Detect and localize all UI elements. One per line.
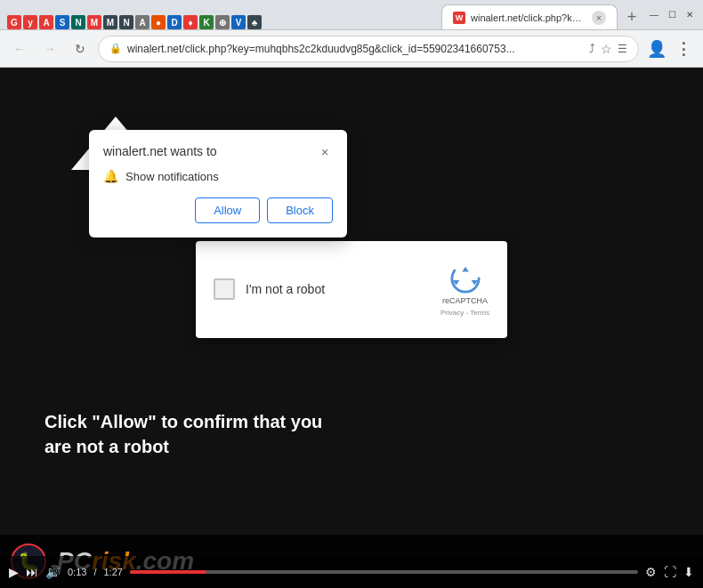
allow-button[interactable]: Allow — [195, 197, 260, 223]
profile-button[interactable]: 👤 — [644, 36, 669, 61]
favicon-icon: ♦ — [183, 15, 198, 29]
maximize-button[interactable]: ☐ — [666, 9, 678, 21]
nav-actions: 👤 ⋮ — [644, 36, 696, 61]
recaptcha-logo: reCAPTCHA Privacy - Terms — [440, 262, 489, 317]
bookmark-icon[interactable]: ☆ — [601, 42, 612, 56]
recaptcha-terms-link[interactable]: Terms — [470, 309, 489, 317]
time-separator: / — [93, 567, 96, 577]
close-button[interactable]: ✕ — [683, 9, 696, 21]
share-icon: ⤴ — [589, 42, 595, 55]
popup-header: winalert.net wants to × — [103, 144, 333, 160]
browser-content: Click "Allow" to confirm that youare not… — [0, 68, 703, 588]
favicon-icon: y — [23, 15, 37, 29]
popup-body: 🔔 Show notifications — [103, 169, 333, 183]
page-background: Click "Allow" to confirm that youare not… — [0, 68, 703, 588]
active-tab[interactable]: W winalert.net/click.php?key=muhqbhs2c2k… — [441, 4, 618, 29]
address-bar[interactable]: 🔒 winalert.net/click.php?key=muhqbhs2c2k… — [98, 36, 639, 62]
minimize-button[interactable]: — — [648, 9, 660, 21]
title-bar: GyASNMMNA●D♦K⊕V♣ W winalert.net/click.ph… — [0, 0, 703, 30]
download-button[interactable]: ⬇ — [683, 565, 694, 579]
recaptcha-card: I'm not a robot reCAPTCHA Privacy - Term… — [196, 241, 507, 338]
favicon-icon: ● — [151, 15, 166, 29]
time-total: 1:27 — [103, 567, 122, 577]
reload-button[interactable]: ↻ — [68, 36, 93, 61]
popup-title: winalert.net wants to — [103, 144, 217, 158]
favicon-icon: K — [199, 15, 214, 29]
forward-button[interactable]: → — [37, 36, 62, 61]
video-progress-fill — [130, 570, 206, 574]
recaptcha-privacy-link[interactable]: Privacy — [440, 309, 464, 317]
popup-buttons: Allow Block — [103, 197, 333, 223]
recaptcha-icon — [449, 262, 481, 294]
recaptcha-label: I'm not a robot — [246, 282, 430, 296]
cast-icon: ☰ — [618, 43, 627, 55]
favicon-icon: A — [135, 15, 149, 29]
active-tab-favicon: W — [453, 12, 465, 24]
browser-window: GyASNMMNA●D♦K⊕V♣ W winalert.net/click.ph… — [0, 0, 703, 588]
tab-icons: GyASNMMNA●D♦K⊕V♣ — [7, 15, 440, 29]
favicon-icon: S — [55, 15, 69, 29]
recaptcha-policy-links: Privacy - Terms — [440, 309, 489, 317]
favicon-icon: ⊕ — [215, 15, 230, 29]
recaptcha-brand-text: reCAPTCHA — [442, 296, 488, 307]
tab-strip: GyASNMMNA●D♦K⊕V♣ W winalert.net/click.ph… — [7, 0, 644, 29]
recaptcha-checkbox[interactable] — [214, 278, 235, 300]
favicon-icon: V — [231, 15, 246, 29]
block-button[interactable]: Block — [267, 197, 333, 223]
video-progress-bar[interactable] — [130, 570, 638, 574]
popup-description: Show notifications — [125, 170, 219, 183]
active-tab-title: winalert.net/click.php?key=muhqbhs2c2kdu… — [471, 12, 586, 23]
play-button[interactable]: ▶ — [9, 565, 19, 579]
window-controls: — ☐ ✕ — [648, 9, 696, 21]
video-right-controls: ⚙ ⛶ ⬇ — [645, 565, 694, 579]
favicon-icon: A — [39, 15, 53, 29]
instruction-text: Click "Allow" to confirm that youare not… — [44, 412, 322, 456]
favicon-icon: M — [87, 15, 101, 29]
favicon-icon: N — [119, 15, 133, 29]
favicon-icon: D — [167, 15, 182, 29]
url-text: winalert.net/click.php?key=muhqbhs2c2kdu… — [127, 43, 584, 55]
tab-close-button[interactable]: × — [592, 11, 606, 25]
nav-bar: ← → ↻ 🔒 winalert.net/click.php?key=muhqb… — [0, 30, 703, 68]
menu-button[interactable]: ⋮ — [671, 36, 696, 61]
favicon-icon: G — [7, 15, 21, 29]
skip-button[interactable]: ⏭ — [26, 565, 38, 579]
popup-close-button[interactable]: × — [317, 144, 333, 160]
notification-popup: winalert.net wants to × 🔔 Show notificat… — [89, 130, 347, 238]
favicon-icon: M — [103, 15, 117, 29]
settings-button[interactable]: ⚙ — [645, 565, 657, 579]
favicon-icon: ♣ — [247, 15, 262, 29]
fullscreen-button[interactable]: ⛶ — [664, 565, 676, 579]
bell-icon: 🔔 — [103, 169, 118, 183]
new-tab-button[interactable]: + — [619, 4, 644, 29]
volume-button[interactable]: 🔊 — [45, 565, 61, 579]
favicon-icon: N — [71, 15, 85, 29]
lock-icon: 🔒 — [109, 43, 122, 54]
page-instruction-text: Click "Allow" to confirm that youare not… — [44, 409, 322, 459]
back-button[interactable]: ← — [7, 36, 32, 61]
video-controls-bar: ▶ ⏭ 🔊 0:13 / 1:27 ⚙ ⛶ ⬇ — [0, 556, 703, 588]
time-current: 0:13 — [68, 567, 86, 577]
